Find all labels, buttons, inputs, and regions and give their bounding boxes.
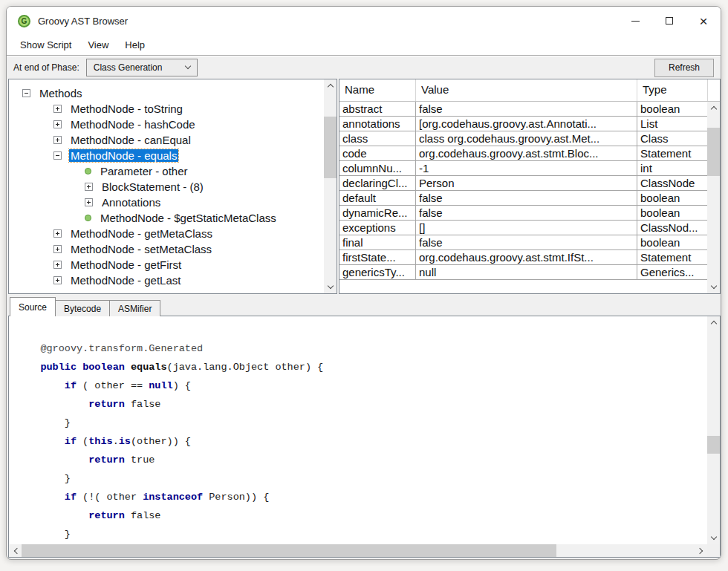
code-horizontal-scrollbar[interactable] — [9, 544, 707, 557]
tree-node[interactable]: MethodNode - hashCode — [9, 117, 324, 132]
minimize-button[interactable] — [618, 7, 652, 35]
expand-plus-icon[interactable] — [85, 183, 93, 191]
window-title: Groovy AST Browser — [38, 16, 128, 27]
table-cell: null — [416, 265, 637, 279]
tree-node[interactable]: MethodNode - $getStaticMetaClass — [9, 210, 324, 226]
tab-bytecode[interactable]: Bytecode — [55, 300, 110, 316]
tree-node-label[interactable]: MethodNode - setMetaClass — [69, 243, 213, 255]
maximize-button[interactable] — [652, 7, 686, 35]
table-cell: class org.codehaus.groovy.ast.Met... — [416, 131, 637, 146]
code-line: } — [16, 414, 707, 432]
scroll-up-button[interactable] — [324, 79, 337, 92]
code-token: } — [16, 417, 71, 428]
code-hscrollbar-thumb[interactable] — [22, 544, 556, 557]
code-token: (java.lang.Object other) { — [167, 362, 324, 373]
menu-item-help[interactable]: Help — [117, 36, 153, 54]
chevron-down-icon — [710, 282, 716, 288]
expand-plus-icon[interactable] — [53, 229, 62, 238]
table-row[interactable]: codeorg.codehaus.groovy.ast.stmt.Bloc...… — [339, 146, 720, 161]
table-row[interactable]: annotations[org.codehaus.groovy.ast.Anno… — [339, 117, 720, 131]
table-row[interactable]: defaultfalseboolean — [339, 191, 720, 206]
tree-node-label[interactable]: MethodNode - equals — [69, 149, 178, 162]
tree-node-label[interactable]: Methods — [38, 87, 84, 99]
close-button[interactable]: × — [686, 7, 721, 35]
tree-node[interactable]: MethodNode - getFirst — [9, 257, 324, 273]
tree-node-label[interactable]: MethodNode - getMetaClass — [69, 227, 214, 240]
menu-item-show-script[interactable]: Show Script — [12, 36, 79, 54]
tab-asmifier[interactable]: ASMifier — [109, 300, 160, 316]
column-header-type[interactable]: Type — [637, 79, 708, 101]
table-cell: false — [416, 102, 637, 116]
scroll-right-button[interactable] — [695, 544, 707, 557]
expand-plus-icon[interactable] — [53, 105, 62, 113]
tree-node[interactable]: Parameter - other — [9, 163, 324, 179]
menu-item-view[interactable]: View — [79, 36, 117, 54]
code-line: if ( other == null) { — [16, 376, 707, 395]
scroll-left-button[interactable] — [9, 544, 22, 557]
tree-node[interactable]: MethodNode - canEqual — [9, 132, 324, 148]
table-cell: dynamicRe... — [339, 206, 416, 220]
scroll-up-button[interactable] — [707, 102, 720, 114]
source-code-panel: @groovy.transform.Generated public boole… — [8, 316, 721, 558]
tree-node[interactable]: MethodNode - toString — [9, 101, 324, 117]
chevron-down-icon — [327, 282, 333, 288]
table-row[interactable]: exceptions[]ClassNod... — [339, 221, 720, 235]
tree-node-label[interactable]: MethodNode - hashCode — [69, 118, 197, 131]
tree-node-label[interactable]: BlockStatement - (8) — [100, 180, 205, 193]
tab-source[interactable]: Source — [10, 297, 56, 316]
tree-node[interactable]: MethodNode - setMetaClass — [9, 241, 324, 257]
expand-plus-icon[interactable] — [85, 198, 93, 206]
tree-node-label[interactable]: Annotations — [100, 196, 162, 209]
table-row[interactable]: abstractfalseboolean — [339, 102, 720, 117]
tree-node-label[interactable]: MethodNode - toString — [69, 102, 184, 115]
table-cell: Person — [416, 176, 637, 190]
properties-table-panel: NameValueType abstractfalsebooleanannota… — [339, 79, 721, 294]
refresh-button[interactable]: Refresh — [654, 59, 714, 77]
table-row[interactable]: columnNu...-1int — [339, 161, 720, 176]
tree-node[interactable]: MethodNode - getLast — [9, 273, 324, 288]
tree-node[interactable]: BlockStatement - (8) — [9, 179, 324, 195]
column-header-value[interactable]: Value — [416, 79, 637, 101]
close-icon: × — [699, 14, 707, 28]
table-row[interactable]: finalfalseboolean — [339, 235, 720, 250]
tree-node[interactable]: Methods — [9, 85, 324, 101]
tree-node[interactable]: MethodNode - equals — [9, 148, 324, 163]
scroll-down-button[interactable] — [707, 532, 720, 544]
column-header-name[interactable]: Name — [339, 79, 416, 101]
collapse-minus-icon[interactable] — [22, 89, 30, 97]
code-line — [16, 321, 707, 339]
code-token: . — [113, 436, 119, 447]
expand-plus-icon[interactable] — [53, 136, 62, 144]
table-row[interactable]: genericsTy...nullGenerics... — [339, 265, 720, 280]
table-row[interactable]: declaringCl...PersonClassNode — [339, 176, 720, 191]
table-row[interactable]: classclass org.codehaus.groovy.ast.Met..… — [339, 131, 720, 146]
groovy-logo-icon: G — [18, 15, 30, 27]
table-cell: List — [637, 117, 708, 131]
tree-node[interactable]: MethodNode - getMetaClass — [9, 226, 324, 241]
scroll-down-button[interactable] — [707, 281, 720, 293]
code-line: } — [16, 525, 707, 544]
code-vertical-scrollbar[interactable] — [707, 316, 720, 544]
tree-vertical-scrollbar[interactable] — [324, 79, 337, 293]
tree-node-label[interactable]: Parameter - other — [99, 165, 189, 177]
scroll-down-button[interactable] — [324, 281, 337, 293]
collapse-minus-icon[interactable] — [53, 151, 62, 160]
expand-plus-icon[interactable] — [53, 276, 62, 284]
code-vscrollbar-thumb[interactable] — [707, 436, 720, 454]
expand-plus-icon[interactable] — [53, 120, 62, 128]
table-row[interactable]: dynamicRe...falseboolean — [339, 206, 720, 221]
phase-combobox[interactable]: Class Generation — [86, 59, 198, 76]
table-row[interactable]: firstState...org.codehaus.groovy.ast.stm… — [339, 250, 720, 265]
tree-node-label[interactable]: MethodNode - getLast — [69, 274, 182, 287]
tree-node-label[interactable]: MethodNode - $getStaticMetaClass — [99, 212, 278, 224]
table-cell: genericsTy... — [339, 265, 416, 279]
tree-scrollbar-thumb[interactable] — [324, 117, 337, 178]
table-scrollbar-thumb[interactable] — [707, 128, 720, 176]
table-vertical-scrollbar[interactable] — [707, 102, 720, 293]
expand-plus-icon[interactable] — [53, 245, 62, 253]
expand-plus-icon[interactable] — [53, 261, 62, 269]
tree-node[interactable]: Annotations — [9, 195, 324, 210]
tree-node-label[interactable]: MethodNode - canEqual — [69, 134, 192, 146]
scroll-up-button[interactable] — [707, 316, 720, 329]
tree-node-label[interactable]: MethodNode - getFirst — [69, 258, 183, 271]
